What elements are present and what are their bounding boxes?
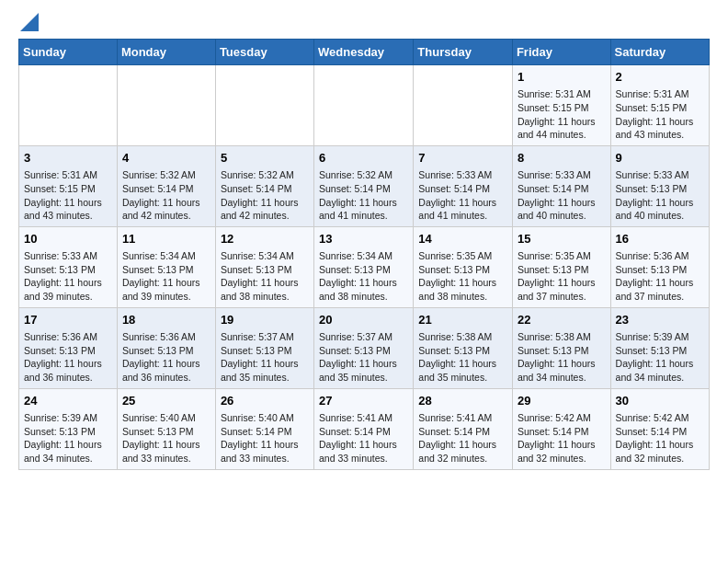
- day-info: Sunrise: 5:31 AM Sunset: 5:15 PM Dayligh…: [616, 87, 704, 142]
- day-number: 8: [518, 150, 606, 167]
- day-number: 2: [616, 69, 704, 86]
- calendar-cell: 22Sunrise: 5:38 AM Sunset: 5:13 PM Dayli…: [512, 307, 610, 388]
- day-info: Sunrise: 5:34 AM Sunset: 5:13 PM Dayligh…: [122, 249, 210, 304]
- calendar-cell: 4Sunrise: 5:32 AM Sunset: 5:14 PM Daylig…: [117, 145, 215, 226]
- logo-icon: [20, 13, 39, 31]
- calendar-cell: 3Sunrise: 5:31 AM Sunset: 5:15 PM Daylig…: [19, 145, 118, 226]
- day-info: Sunrise: 5:40 AM Sunset: 5:14 PM Dayligh…: [221, 411, 309, 465]
- day-number: 19: [221, 312, 309, 328]
- day-info: Sunrise: 5:38 AM Sunset: 5:13 PM Dayligh…: [418, 330, 507, 385]
- day-number: 13: [319, 231, 408, 247]
- day-number: 9: [616, 150, 704, 167]
- day-number: 29: [518, 393, 606, 409]
- calendar-cell: 18Sunrise: 5:36 AM Sunset: 5:13 PM Dayli…: [117, 307, 215, 388]
- day-number: 14: [418, 231, 507, 247]
- day-number: 20: [319, 312, 408, 328]
- weekday-header-tuesday: Tuesday: [215, 40, 313, 65]
- weekday-header-thursday: Thursday: [414, 40, 513, 65]
- calendar-cell: 2Sunrise: 5:31 AM Sunset: 5:15 PM Daylig…: [610, 65, 709, 146]
- day-number: 27: [319, 393, 408, 409]
- day-info: Sunrise: 5:33 AM Sunset: 5:14 PM Dayligh…: [518, 168, 606, 223]
- day-number: 10: [24, 231, 112, 247]
- weekday-header-row: SundayMondayTuesdayWednesdayThursdayFrid…: [19, 40, 710, 65]
- svg-marker-0: [20, 13, 39, 31]
- calendar-cell: 24Sunrise: 5:39 AM Sunset: 5:13 PM Dayli…: [19, 388, 118, 469]
- calendar-cell: [117, 65, 215, 146]
- day-number: 17: [24, 312, 112, 328]
- day-number: 3: [24, 150, 112, 167]
- calendar-cell: 8Sunrise: 5:33 AM Sunset: 5:14 PM Daylig…: [512, 145, 610, 226]
- day-info: Sunrise: 5:38 AM Sunset: 5:13 PM Dayligh…: [518, 330, 606, 385]
- day-number: 26: [221, 393, 309, 409]
- calendar-week-1: 1Sunrise: 5:31 AM Sunset: 5:15 PM Daylig…: [19, 65, 710, 146]
- calendar-cell: 29Sunrise: 5:42 AM Sunset: 5:14 PM Dayli…: [512, 388, 610, 469]
- day-info: Sunrise: 5:32 AM Sunset: 5:14 PM Dayligh…: [221, 168, 309, 223]
- day-info: Sunrise: 5:32 AM Sunset: 5:14 PM Dayligh…: [319, 168, 408, 223]
- day-info: Sunrise: 5:42 AM Sunset: 5:14 PM Dayligh…: [616, 411, 704, 465]
- day-info: Sunrise: 5:31 AM Sunset: 5:15 PM Dayligh…: [24, 168, 112, 223]
- day-number: 30: [616, 393, 704, 409]
- day-number: 11: [122, 231, 210, 247]
- calendar-cell: 1Sunrise: 5:31 AM Sunset: 5:15 PM Daylig…: [512, 65, 610, 146]
- calendar-cell: 15Sunrise: 5:35 AM Sunset: 5:13 PM Dayli…: [512, 226, 610, 307]
- day-info: Sunrise: 5:36 AM Sunset: 5:13 PM Dayligh…: [24, 330, 112, 385]
- calendar-week-3: 10Sunrise: 5:33 AM Sunset: 5:13 PM Dayli…: [19, 226, 710, 307]
- day-info: Sunrise: 5:40 AM Sunset: 5:13 PM Dayligh…: [122, 411, 210, 465]
- calendar-cell: 7Sunrise: 5:33 AM Sunset: 5:14 PM Daylig…: [414, 145, 513, 226]
- weekday-header-monday: Monday: [117, 40, 215, 65]
- calendar-cell: 21Sunrise: 5:38 AM Sunset: 5:13 PM Dayli…: [414, 307, 513, 388]
- day-info: Sunrise: 5:41 AM Sunset: 5:14 PM Dayligh…: [418, 411, 507, 465]
- day-number: 25: [122, 393, 210, 409]
- day-number: 12: [221, 231, 309, 247]
- day-number: 15: [518, 231, 606, 247]
- day-number: 18: [122, 312, 210, 328]
- calendar-cell: 19Sunrise: 5:37 AM Sunset: 5:13 PM Dayli…: [215, 307, 313, 388]
- day-info: Sunrise: 5:33 AM Sunset: 5:13 PM Dayligh…: [24, 249, 112, 304]
- day-number: 5: [221, 150, 309, 167]
- calendar-cell: 28Sunrise: 5:41 AM Sunset: 5:14 PM Dayli…: [414, 388, 513, 469]
- day-info: Sunrise: 5:32 AM Sunset: 5:14 PM Dayligh…: [122, 168, 210, 223]
- day-info: Sunrise: 5:36 AM Sunset: 5:13 PM Dayligh…: [616, 249, 704, 304]
- calendar-cell: 5Sunrise: 5:32 AM Sunset: 5:14 PM Daylig…: [215, 145, 313, 226]
- day-info: Sunrise: 5:33 AM Sunset: 5:14 PM Dayligh…: [418, 168, 507, 223]
- calendar-cell: 26Sunrise: 5:40 AM Sunset: 5:14 PM Dayli…: [215, 388, 313, 469]
- day-number: 28: [418, 393, 507, 409]
- calendar-cell: 30Sunrise: 5:42 AM Sunset: 5:14 PM Dayli…: [610, 388, 709, 469]
- day-info: Sunrise: 5:35 AM Sunset: 5:13 PM Dayligh…: [518, 249, 606, 304]
- day-info: Sunrise: 5:31 AM Sunset: 5:15 PM Dayligh…: [518, 87, 606, 142]
- weekday-header-sunday: Sunday: [19, 40, 118, 65]
- day-number: 22: [518, 312, 606, 328]
- calendar-body: 1Sunrise: 5:31 AM Sunset: 5:15 PM Daylig…: [19, 65, 710, 470]
- calendar-cell: 9Sunrise: 5:33 AM Sunset: 5:13 PM Daylig…: [610, 145, 709, 226]
- weekday-header-saturday: Saturday: [610, 40, 709, 65]
- day-info: Sunrise: 5:35 AM Sunset: 5:13 PM Dayligh…: [418, 249, 507, 304]
- calendar-cell: 20Sunrise: 5:37 AM Sunset: 5:13 PM Dayli…: [314, 307, 414, 388]
- calendar-week-2: 3Sunrise: 5:31 AM Sunset: 5:15 PM Daylig…: [19, 145, 710, 226]
- day-info: Sunrise: 5:34 AM Sunset: 5:13 PM Dayligh…: [319, 249, 408, 304]
- calendar-cell: 25Sunrise: 5:40 AM Sunset: 5:13 PM Dayli…: [117, 388, 215, 469]
- day-number: 21: [418, 312, 507, 328]
- day-info: Sunrise: 5:33 AM Sunset: 5:13 PM Dayligh…: [616, 168, 704, 223]
- calendar-week-5: 24Sunrise: 5:39 AM Sunset: 5:13 PM Dayli…: [19, 388, 710, 469]
- calendar-cell: 23Sunrise: 5:39 AM Sunset: 5:13 PM Dayli…: [610, 307, 709, 388]
- day-number: 24: [24, 393, 112, 409]
- calendar-cell: 11Sunrise: 5:34 AM Sunset: 5:13 PM Dayli…: [117, 226, 215, 307]
- day-info: Sunrise: 5:37 AM Sunset: 5:13 PM Dayligh…: [319, 330, 408, 385]
- calendar-cell: [414, 65, 513, 146]
- calendar-cell: 10Sunrise: 5:33 AM Sunset: 5:13 PM Dayli…: [19, 226, 118, 307]
- day-info: Sunrise: 5:34 AM Sunset: 5:13 PM Dayligh…: [221, 249, 309, 304]
- calendar-cell: 13Sunrise: 5:34 AM Sunset: 5:13 PM Dayli…: [314, 226, 414, 307]
- calendar-cell: 27Sunrise: 5:41 AM Sunset: 5:14 PM Dayli…: [314, 388, 414, 469]
- calendar-week-4: 17Sunrise: 5:36 AM Sunset: 5:13 PM Dayli…: [19, 307, 710, 388]
- calendar-cell: 17Sunrise: 5:36 AM Sunset: 5:13 PM Dayli…: [19, 307, 118, 388]
- day-info: Sunrise: 5:42 AM Sunset: 5:14 PM Dayligh…: [518, 411, 606, 465]
- day-number: 7: [418, 150, 507, 167]
- calendar-cell: 14Sunrise: 5:35 AM Sunset: 5:13 PM Dayli…: [414, 226, 513, 307]
- weekday-header-wednesday: Wednesday: [314, 40, 414, 65]
- day-number: 4: [122, 150, 210, 167]
- calendar-cell: 16Sunrise: 5:36 AM Sunset: 5:13 PM Dayli…: [610, 226, 709, 307]
- weekday-header-friday: Friday: [512, 40, 610, 65]
- calendar-header: SundayMondayTuesdayWednesdayThursdayFrid…: [19, 40, 710, 65]
- day-number: 1: [518, 69, 606, 86]
- calendar-cell: 12Sunrise: 5:34 AM Sunset: 5:13 PM Dayli…: [215, 226, 313, 307]
